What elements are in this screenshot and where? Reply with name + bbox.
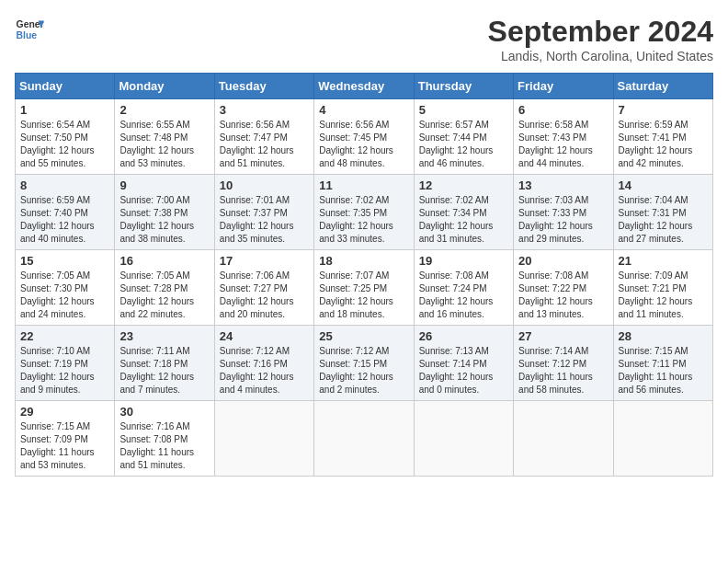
calendar-cell: 25Sunrise: 7:12 AM Sunset: 7:15 PM Dayli… bbox=[314, 326, 414, 401]
day-number: 3 bbox=[220, 103, 309, 117]
day-info: Sunrise: 7:14 AM Sunset: 7:12 PM Dayligh… bbox=[518, 345, 608, 396]
day-info: Sunrise: 7:13 AM Sunset: 7:14 PM Dayligh… bbox=[419, 345, 508, 396]
day-info: Sunrise: 6:58 AM Sunset: 7:43 PM Dayligh… bbox=[518, 119, 608, 170]
day-number: 9 bbox=[119, 178, 209, 192]
day-info: Sunrise: 6:55 AM Sunset: 7:48 PM Dayligh… bbox=[119, 119, 209, 170]
day-info: Sunrise: 7:01 AM Sunset: 7:37 PM Dayligh… bbox=[220, 194, 309, 246]
day-info: Sunrise: 7:05 AM Sunset: 7:28 PM Dayligh… bbox=[119, 270, 209, 321]
day-info: Sunrise: 7:09 AM Sunset: 7:21 PM Dayligh… bbox=[619, 270, 708, 321]
day-number: 7 bbox=[619, 103, 708, 117]
day-info: Sunrise: 6:54 AM Sunset: 7:50 PM Dayligh… bbox=[20, 119, 109, 170]
calendar-cell: 29Sunrise: 7:15 AM Sunset: 7:09 PM Dayli… bbox=[16, 401, 115, 477]
calendar-cell: 24Sunrise: 7:12 AM Sunset: 7:16 PM Dayli… bbox=[214, 326, 313, 401]
day-number: 8 bbox=[20, 178, 109, 192]
day-number: 30 bbox=[119, 405, 209, 419]
day-info: Sunrise: 7:11 AM Sunset: 7:18 PM Dayligh… bbox=[119, 345, 209, 396]
day-number: 23 bbox=[119, 329, 209, 343]
day-info: Sunrise: 6:56 AM Sunset: 7:47 PM Dayligh… bbox=[220, 119, 309, 170]
calendar-cell: 27Sunrise: 7:14 AM Sunset: 7:12 PM Dayli… bbox=[514, 326, 613, 401]
day-header-saturday: Saturday bbox=[613, 74, 712, 99]
day-info: Sunrise: 6:59 AM Sunset: 7:40 PM Dayligh… bbox=[20, 194, 109, 246]
calendar-cell: 12Sunrise: 7:02 AM Sunset: 7:34 PM Dayli… bbox=[414, 175, 513, 250]
day-header-tuesday: Tuesday bbox=[214, 74, 313, 99]
day-number: 22 bbox=[20, 329, 109, 343]
calendar-cell: 20Sunrise: 7:08 AM Sunset: 7:22 PM Dayli… bbox=[514, 250, 613, 326]
calendar-cell: 18Sunrise: 7:07 AM Sunset: 7:25 PM Dayli… bbox=[314, 250, 414, 326]
logo: General Blue bbox=[15, 15, 44, 44]
calendar-cell: 21Sunrise: 7:09 AM Sunset: 7:21 PM Dayli… bbox=[613, 250, 712, 326]
day-number: 26 bbox=[419, 329, 508, 343]
day-number: 28 bbox=[619, 329, 708, 343]
day-header-wednesday: Wednesday bbox=[314, 74, 414, 99]
calendar-cell: 2Sunrise: 6:55 AM Sunset: 7:48 PM Daylig… bbox=[115, 99, 214, 175]
calendar-cell: 30Sunrise: 7:16 AM Sunset: 7:08 PM Dayli… bbox=[115, 401, 214, 477]
day-number: 5 bbox=[419, 103, 508, 117]
calendar-cell: 19Sunrise: 7:08 AM Sunset: 7:24 PM Dayli… bbox=[414, 250, 513, 326]
day-header-friday: Friday bbox=[514, 74, 613, 99]
day-info: Sunrise: 7:02 AM Sunset: 7:35 PM Dayligh… bbox=[319, 194, 408, 246]
calendar-cell: 22Sunrise: 7:10 AM Sunset: 7:19 PM Dayli… bbox=[16, 326, 115, 401]
calendar-cell bbox=[414, 401, 513, 477]
location: Landis, North Carolina, United States bbox=[488, 49, 713, 63]
day-number: 24 bbox=[220, 329, 309, 343]
calendar-cell: 17Sunrise: 7:06 AM Sunset: 7:27 PM Dayli… bbox=[214, 250, 313, 326]
calendar-cell: 4Sunrise: 6:56 AM Sunset: 7:45 PM Daylig… bbox=[314, 99, 414, 175]
calendar-cell: 3Sunrise: 6:56 AM Sunset: 7:47 PM Daylig… bbox=[214, 99, 313, 175]
day-number: 16 bbox=[119, 254, 209, 268]
calendar-cell bbox=[314, 401, 414, 477]
calendar-cell: 28Sunrise: 7:15 AM Sunset: 7:11 PM Dayli… bbox=[613, 326, 712, 401]
header: General Blue September 2024 Landis, Nort… bbox=[15, 15, 713, 63]
day-info: Sunrise: 7:16 AM Sunset: 7:08 PM Dayligh… bbox=[119, 420, 209, 472]
calendar-cell: 15Sunrise: 7:05 AM Sunset: 7:30 PM Dayli… bbox=[16, 250, 115, 326]
day-number: 4 bbox=[319, 103, 408, 117]
month-title: September 2024 bbox=[488, 15, 713, 49]
day-info: Sunrise: 7:00 AM Sunset: 7:38 PM Dayligh… bbox=[119, 194, 209, 246]
day-info: Sunrise: 7:15 AM Sunset: 7:09 PM Dayligh… bbox=[20, 420, 109, 472]
calendar-cell: 26Sunrise: 7:13 AM Sunset: 7:14 PM Dayli… bbox=[414, 326, 513, 401]
calendar: SundayMondayTuesdayWednesdayThursdayFrid… bbox=[15, 73, 713, 477]
calendar-cell: 16Sunrise: 7:05 AM Sunset: 7:28 PM Dayli… bbox=[115, 250, 214, 326]
calendar-week-1: 1Sunrise: 6:54 AM Sunset: 7:50 PM Daylig… bbox=[16, 99, 713, 175]
day-info: Sunrise: 6:56 AM Sunset: 7:45 PM Dayligh… bbox=[319, 119, 408, 170]
day-number: 1 bbox=[20, 103, 109, 117]
calendar-cell: 6Sunrise: 6:58 AM Sunset: 7:43 PM Daylig… bbox=[514, 99, 613, 175]
day-info: Sunrise: 7:12 AM Sunset: 7:15 PM Dayligh… bbox=[319, 345, 408, 396]
day-info: Sunrise: 7:10 AM Sunset: 7:19 PM Dayligh… bbox=[20, 345, 109, 396]
calendar-header-row: SundayMondayTuesdayWednesdayThursdayFrid… bbox=[16, 74, 713, 99]
calendar-cell: 13Sunrise: 7:03 AM Sunset: 7:33 PM Dayli… bbox=[514, 175, 613, 250]
svg-text:Blue: Blue bbox=[17, 30, 38, 40]
day-info: Sunrise: 7:02 AM Sunset: 7:34 PM Dayligh… bbox=[419, 194, 508, 246]
calendar-cell: 1Sunrise: 6:54 AM Sunset: 7:50 PM Daylig… bbox=[16, 99, 115, 175]
day-header-sunday: Sunday bbox=[16, 74, 115, 99]
day-number: 25 bbox=[319, 329, 408, 343]
day-info: Sunrise: 7:12 AM Sunset: 7:16 PM Dayligh… bbox=[220, 345, 309, 396]
calendar-week-2: 8Sunrise: 6:59 AM Sunset: 7:40 PM Daylig… bbox=[16, 175, 713, 250]
day-number: 14 bbox=[619, 178, 708, 192]
day-info: Sunrise: 6:59 AM Sunset: 7:41 PM Dayligh… bbox=[619, 119, 708, 170]
calendar-cell: 11Sunrise: 7:02 AM Sunset: 7:35 PM Dayli… bbox=[314, 175, 414, 250]
day-info: Sunrise: 7:07 AM Sunset: 7:25 PM Dayligh… bbox=[319, 270, 408, 321]
day-number: 17 bbox=[220, 254, 309, 268]
day-number: 29 bbox=[20, 405, 109, 419]
calendar-cell: 14Sunrise: 7:04 AM Sunset: 7:31 PM Dayli… bbox=[613, 175, 712, 250]
day-info: Sunrise: 7:05 AM Sunset: 7:30 PM Dayligh… bbox=[20, 270, 109, 321]
calendar-cell: 7Sunrise: 6:59 AM Sunset: 7:41 PM Daylig… bbox=[613, 99, 712, 175]
calendar-cell bbox=[514, 401, 613, 477]
day-info: Sunrise: 7:04 AM Sunset: 7:31 PM Dayligh… bbox=[619, 194, 708, 246]
calendar-week-3: 15Sunrise: 7:05 AM Sunset: 7:30 PM Dayli… bbox=[16, 250, 713, 326]
day-number: 15 bbox=[20, 254, 109, 268]
day-info: Sunrise: 7:03 AM Sunset: 7:33 PM Dayligh… bbox=[518, 194, 608, 246]
day-number: 11 bbox=[319, 178, 408, 192]
day-number: 27 bbox=[518, 329, 608, 343]
day-number: 18 bbox=[319, 254, 408, 268]
day-info: Sunrise: 7:08 AM Sunset: 7:22 PM Dayligh… bbox=[518, 270, 608, 321]
day-number: 19 bbox=[419, 254, 508, 268]
day-info: Sunrise: 7:08 AM Sunset: 7:24 PM Dayligh… bbox=[419, 270, 508, 321]
day-number: 21 bbox=[619, 254, 708, 268]
calendar-week-4: 22Sunrise: 7:10 AM Sunset: 7:19 PM Dayli… bbox=[16, 326, 713, 401]
calendar-cell: 9Sunrise: 7:00 AM Sunset: 7:38 PM Daylig… bbox=[115, 175, 214, 250]
calendar-cell bbox=[613, 401, 712, 477]
day-header-monday: Monday bbox=[115, 74, 214, 99]
calendar-cell: 23Sunrise: 7:11 AM Sunset: 7:18 PM Dayli… bbox=[115, 326, 214, 401]
day-number: 6 bbox=[518, 103, 608, 117]
